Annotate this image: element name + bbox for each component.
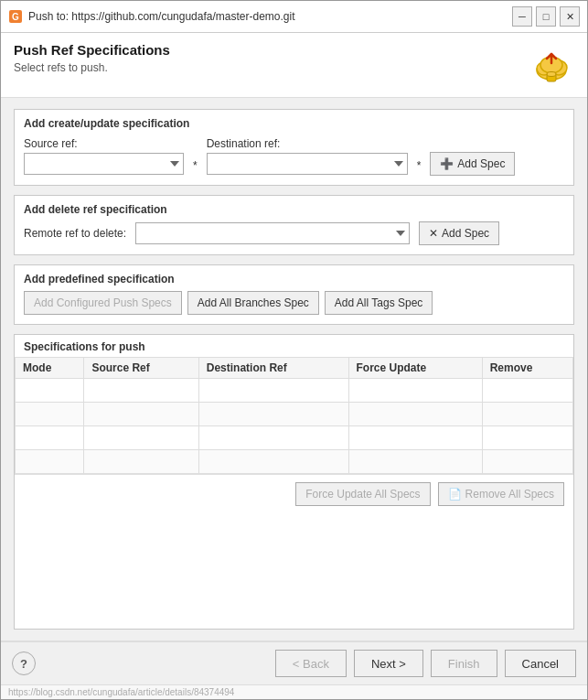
table-row — [16, 450, 573, 474]
minimize-button[interactable]: ─ — [512, 6, 532, 27]
remote-ref-label: Remote ref to delete: — [24, 227, 126, 240]
delete-spec-label: Add Spec — [442, 227, 489, 240]
next-button[interactable]: Next > — [354, 650, 423, 677]
col-source-ref: Source Ref — [84, 358, 198, 379]
main-body: Add create/update specification Source r… — [1, 98, 587, 641]
specs-table: Mode Source Ref Destination Ref Force Up… — [15, 357, 573, 474]
header-section: Push Ref Specifications Select refs to p… — [1, 33, 587, 98]
specs-table-container: Mode Source Ref Destination Ref Force Up… — [15, 357, 573, 474]
svg-point-7 — [547, 72, 556, 77]
svg-text:G: G — [12, 12, 19, 22]
col-mode: Mode — [16, 358, 84, 379]
dest-ref-label: Destination ref: — [207, 137, 408, 150]
table-row — [16, 403, 573, 426]
add-all-branches-spec-button[interactable]: Add All Branches Spec — [187, 291, 319, 315]
help-icon: ? — [20, 657, 27, 671]
status-text: https://blog.csdn.net/cungudafa/article/… — [8, 687, 234, 697]
col-dest-ref: Destination Ref — [198, 358, 348, 379]
predefined-section: Add predefined specification Add Configu… — [14, 264, 574, 325]
finish-button[interactable]: Finish — [431, 650, 497, 677]
add-spec-label: Add Spec — [457, 157, 505, 170]
specs-for-push-section: Specifications for push Mode Source Ref … — [14, 334, 574, 630]
delete-ref-label: Add delete ref specification — [24, 203, 564, 216]
delete-ref-section: Add delete ref specification Remote ref … — [14, 195, 574, 255]
app-icon: G — [8, 9, 23, 24]
add-spec-button[interactable]: ➕ Add Spec — [430, 152, 515, 176]
add-spec-icon: ➕ — [440, 157, 454, 170]
col-remove: Remove — [482, 358, 572, 379]
maximize-button[interactable]: □ — [536, 6, 556, 27]
bottom-bar: ? < Back Next > Finish Cancel — [1, 641, 587, 684]
remove-all-specs-button[interactable]: 📄 Remove All Specs — [438, 482, 564, 506]
cancel-button[interactable]: Cancel — [505, 650, 576, 677]
all-tags-label: Add All Tags Spec — [335, 296, 423, 309]
remove-label: Remove All Specs — [465, 488, 554, 501]
table-actions: Force Update All Specs 📄 Remove All Spec… — [15, 474, 573, 513]
predefined-label: Add predefined specification — [24, 273, 564, 285]
add-all-tags-spec-button[interactable]: Add All Tags Spec — [325, 291, 433, 315]
page-title: Push Ref Specifications — [14, 42, 170, 58]
specs-push-label: Specifications for push — [15, 335, 573, 357]
all-branches-label: Add All Branches Spec — [198, 296, 309, 309]
header-icon — [529, 42, 574, 88]
cloud-upload-icon — [531, 45, 572, 85]
dest-ref-select[interactable] — [207, 153, 408, 175]
create-update-section: Add create/update specification Source r… — [14, 109, 574, 186]
page-subtitle: Select refs to push. — [14, 61, 170, 74]
table-row — [16, 426, 573, 450]
delete-spec-icon: ✕ — [429, 227, 438, 240]
source-ref-select[interactable] — [24, 153, 184, 175]
content-area: Push Ref Specifications Select refs to p… — [1, 33, 587, 641]
table-header-row: Mode Source Ref Destination Ref Force Up… — [16, 358, 573, 379]
window-title: Push to: https://github.com/cungudafa/ma… — [28, 10, 507, 23]
col-force-update: Force Update — [348, 358, 482, 379]
remove-icon: 📄 — [448, 488, 462, 501]
add-configured-push-specs-button[interactable]: Add Configured Push Specs — [24, 291, 182, 315]
source-ref-label: Source ref: — [24, 137, 184, 150]
remote-ref-select[interactable] — [135, 222, 410, 244]
force-update-all-specs-button[interactable]: Force Update All Specs — [295, 482, 430, 506]
delete-add-spec-button[interactable]: ✕ Add Spec — [419, 221, 499, 245]
force-update-label: Force Update All Specs — [305, 488, 420, 501]
configured-push-label: Add Configured Push Specs — [34, 296, 172, 309]
source-asterisk: * — [193, 159, 198, 172]
close-button[interactable]: ✕ — [560, 6, 580, 27]
title-bar: G Push to: https://github.com/cungudafa/… — [1, 1, 587, 33]
table-row — [16, 379, 573, 403]
back-button[interactable]: < Back — [275, 650, 347, 677]
window-controls: ─ □ ✕ — [512, 6, 580, 27]
create-update-label: Add create/update specification — [24, 117, 564, 130]
help-button[interactable]: ? — [12, 652, 36, 675]
dest-asterisk: * — [417, 159, 422, 172]
main-window: G Push to: https://github.com/cungudafa/… — [0, 0, 588, 700]
status-bar: https://blog.csdn.net/cungudafa/article/… — [1, 684, 587, 699]
